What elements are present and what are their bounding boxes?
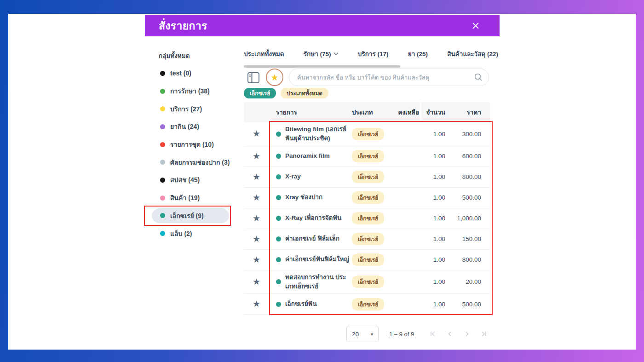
chevron-left-icon	[446, 330, 454, 338]
table-row[interactable]: ★ X-Ray เพื่อการจัดฟัน เอ็กซเรย์ 1.00 1,…	[244, 208, 490, 229]
item-type-label: เอ็กซเรย์	[358, 215, 378, 222]
table-row[interactable]: ★ Xray ช่องปาก เอ็กซเรย์ 1.00 500.00	[244, 188, 490, 208]
sidebar-group-list: test (0) การรักษา (38) บริการ (27) ยากิน…	[152, 64, 229, 242]
item-name: X-Ray เพื่อการจัดฟัน	[285, 213, 341, 223]
item-price: 20.00	[448, 278, 490, 285]
star-icon: ★	[253, 255, 260, 264]
sidebar-group-item[interactable]: บริการ (27)	[152, 100, 229, 118]
tab[interactable]: รักษา (75)	[304, 49, 339, 59]
group-label: สปสช (45)	[170, 175, 200, 185]
row-favorite-button[interactable]: ★	[244, 255, 269, 264]
table-row[interactable]: ★ ค่าเอกซเรย์ ฟิล์มเล็ก เอ็กซเรย์ 1.00 1…	[244, 229, 490, 250]
group-label: แล็บ (2)	[170, 229, 192, 239]
tab[interactable]: ประเภททั้งหมด	[244, 49, 284, 59]
sidebar-group-item[interactable]: เอ็กซเรย์ (9)	[152, 208, 229, 223]
item-name: ค่าเอ็กซเรย์ฟันฟิล์มใหญ่	[285, 255, 349, 264]
sidebar-group-item[interactable]: การรักษา (38)	[152, 82, 229, 100]
search-input[interactable]	[289, 69, 489, 86]
group-label: บริการ (27)	[170, 104, 202, 114]
filter-chip[interactable]: ประเภททั้งหมด	[281, 88, 328, 98]
star-icon: ★	[253, 213, 260, 223]
group-color-dot	[160, 89, 165, 94]
item-quantity: 1.00	[421, 236, 448, 242]
item-name-cell: X-ray	[269, 172, 352, 181]
caret-down-icon: ▾	[371, 332, 373, 337]
row-favorite-button[interactable]: ★	[244, 214, 269, 223]
sidebar-group-item[interactable]: รายการชุด (10)	[152, 136, 229, 154]
item-quantity: 1.00	[421, 153, 448, 160]
row-favorite-button[interactable]: ★	[244, 299, 269, 309]
table-row[interactable]: ★ Bitewing film (เอกเรย์ ฟันผุด้านประชิด…	[244, 122, 490, 146]
row-favorite-button[interactable]: ★	[244, 152, 269, 161]
item-name: Panoramix film	[285, 151, 330, 161]
item-color-dot	[276, 236, 281, 241]
table-row[interactable]: ★ Panoramix film เอ็กซเรย์ 1.00 600.00	[244, 146, 490, 167]
item-quantity: 1.00	[421, 215, 448, 222]
first-page-button[interactable]	[424, 328, 441, 339]
item-type-cell: เอ็กซเรย์	[352, 171, 397, 183]
tab[interactable]: ยา (25)	[408, 49, 428, 59]
sidebar-group-item[interactable]: ยากิน (24)	[152, 118, 229, 136]
close-button[interactable]	[470, 20, 481, 31]
group-color-dot	[160, 160, 165, 165]
prev-page-button[interactable]	[441, 328, 458, 339]
row-favorite-button[interactable]: ★	[244, 129, 269, 138]
group-label: test (0)	[170, 69, 191, 77]
tab[interactable]: สินค้าและวัสดุ (22)	[447, 49, 498, 59]
item-type-cell: เอ็กซเรย์	[352, 150, 397, 162]
page-size-select[interactable]: 20 ▾	[346, 326, 379, 342]
filter-chip-label: เอ็กซเรย์	[250, 89, 270, 98]
table-row[interactable]: ★ X-ray เอ็กซเรย์ 1.00 800.00	[244, 167, 490, 188]
row-favorite-button[interactable]: ★	[244, 172, 269, 182]
last-page-button[interactable]	[475, 328, 492, 339]
sidebar-group-item[interactable]: ศัลยกรรมช่องปาก (3)	[152, 153, 229, 171]
row-favorite-button[interactable]: ★	[244, 235, 269, 244]
item-price: 300.00	[448, 131, 490, 138]
group-color-dot	[160, 213, 165, 218]
type-tabs: ประเภททั้งหมด รักษา (75) บริการ (17) ยา …	[244, 48, 498, 60]
item-name-cell: Panoramix film	[269, 151, 352, 161]
row-favorite-button[interactable]: ★	[244, 277, 269, 287]
item-color-dot	[276, 279, 281, 284]
sidebar-group-item[interactable]: แล็บ (2)	[152, 224, 229, 242]
item-type-badge: เอ็กซเรย์	[352, 276, 384, 288]
star-icon: ★	[253, 299, 260, 309]
group-color-dot	[160, 142, 165, 147]
item-name: ทดสอบการทำงาน ประเภทเอ็กซเรย์	[285, 273, 352, 292]
group-color-dot	[160, 178, 165, 183]
item-price: 800.00	[448, 256, 490, 263]
group-color-dot	[160, 124, 165, 129]
group-color-dot	[160, 195, 165, 201]
item-type-cell: เอ็กซเรย์	[352, 233, 397, 245]
item-type-label: เอ็กซเรย์	[358, 131, 378, 138]
item-name-cell: ค่าเอกซเรย์ ฟิล์มเล็ก	[269, 234, 352, 243]
first-page-icon	[429, 330, 437, 338]
sidebar-group-item[interactable]: test (0)	[152, 64, 229, 82]
item-price: 1,000.00	[448, 215, 490, 222]
item-color-dot	[276, 132, 281, 137]
star-icon: ★	[253, 234, 260, 244]
favorites-filter-button[interactable]: ★	[266, 69, 283, 86]
screen-frame: สั่งรายการ กลุ่มทั้งหมด test (0) การรักษ…	[0, 0, 644, 362]
item-type-cell: เอ็กซเรย์	[352, 128, 397, 140]
filter-chip[interactable]: เอ็กซเรย์	[244, 88, 276, 98]
item-color-dot	[276, 302, 281, 307]
item-type-label: เอ็กซเรย์	[358, 174, 378, 180]
search-icon[interactable]	[474, 73, 483, 82]
item-type-badge: เอ็กซเรย์	[352, 171, 384, 183]
table-row[interactable]: ★ ค่าเอ็กซเรย์ฟันฟิล์มใหญ่ เอ็กซเรย์ 1.0…	[244, 250, 490, 270]
sidebar-group-item[interactable]: สปสช (45)	[152, 171, 229, 189]
item-price: 800.00	[448, 173, 490, 180]
item-type-cell: เอ็กซเรย์	[352, 191, 397, 204]
next-page-button[interactable]	[458, 328, 475, 339]
table-row[interactable]: ★ ทดสอบการทำงาน ประเภทเอ็กซเรย์ เอ็กซเรย…	[244, 270, 490, 294]
tab-label: สินค้าและวัสดุ (22)	[447, 49, 498, 59]
tab[interactable]: บริการ (17)	[358, 49, 389, 59]
tabs-scrollbar[interactable]	[244, 65, 400, 68]
sidebar-group-item[interactable]: สินค้า (19)	[152, 189, 229, 207]
panel-toggle-button[interactable]	[247, 71, 260, 84]
star-icon: ★	[253, 172, 260, 182]
star-icon: ★	[253, 277, 260, 287]
row-favorite-button[interactable]: ★	[244, 193, 269, 202]
table-row[interactable]: ★ เอ็กซเรย์ฟัน เอ็กซเรย์ 1.00 500.00	[244, 294, 490, 315]
